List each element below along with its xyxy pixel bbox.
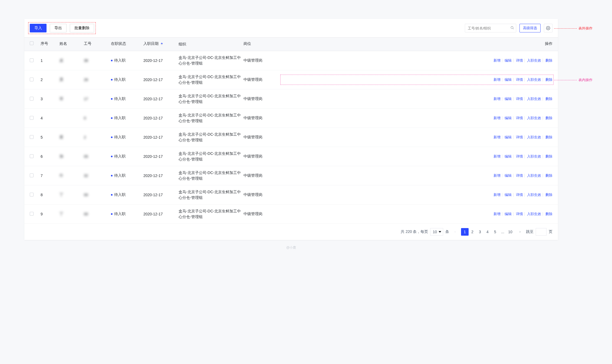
action-edit[interactable]: 编辑 — [505, 212, 512, 216]
cell-org: 盒马-北京子公司-DC-北京生鲜加工中心分仓-管理组 — [179, 112, 244, 124]
action-add[interactable]: 新增 — [493, 135, 501, 139]
pager-page[interactable]: 1 — [461, 228, 469, 236]
action-activate[interactable]: 入职生效 — [527, 116, 541, 120]
col-header-status: 在职状态 — [111, 41, 143, 47]
action-edit[interactable]: 编辑 — [505, 154, 512, 158]
import-button[interactable]: 导入 — [30, 24, 47, 32]
action-edit[interactable]: 编辑 — [505, 58, 512, 62]
search-input[interactable] — [465, 24, 516, 32]
action-detail[interactable]: 详情 — [516, 154, 523, 158]
jump-suffix: 页 — [549, 229, 552, 234]
action-edit[interactable]: 编辑 — [505, 97, 512, 101]
col-header-hire-date[interactable]: 入职日期 — [143, 41, 179, 47]
batch-delete-button[interactable]: 批量删除 — [70, 24, 94, 32]
row-checkbox[interactable] — [30, 173, 34, 177]
action-delete[interactable]: 删除 — [545, 212, 552, 216]
action-activate[interactable]: 入职生效 — [527, 173, 541, 178]
cell-emp-id: 00 — [84, 193, 111, 197]
action-activate[interactable]: 入职生效 — [527, 135, 541, 139]
action-detail[interactable]: 详情 — [516, 212, 523, 216]
row-checkbox[interactable] — [30, 135, 34, 139]
action-edit[interactable]: 编辑 — [505, 78, 512, 82]
action-activate[interactable]: 入职生效 — [527, 58, 541, 62]
sort-icon — [161, 43, 163, 45]
action-delete[interactable]: 删除 — [545, 135, 552, 139]
next-page-button[interactable] — [516, 228, 524, 236]
action-detail[interactable]: 详情 — [516, 58, 523, 62]
annotation-inner-action: 表内操作 — [554, 78, 593, 82]
action-detail[interactable]: 详情 — [516, 78, 523, 82]
export-button[interactable]: 导出 — [50, 24, 67, 32]
pager-page[interactable]: 3 — [476, 228, 484, 236]
table-row: 8 丁 00 待入职 2020-12-17 盒马-北京子公司-DC-北京生鲜加工… — [24, 185, 558, 205]
action-activate[interactable]: 入职生效 — [527, 78, 541, 82]
row-checkbox[interactable] — [30, 212, 34, 216]
page-jump-input[interactable] — [536, 228, 547, 236]
row-checkbox[interactable] — [30, 97, 34, 101]
settings-button[interactable] — [544, 24, 552, 32]
advanced-filter-button[interactable]: 高级筛选 — [519, 24, 541, 32]
toolbar-right: 高级筛选 — [465, 24, 552, 32]
action-delete[interactable]: 删除 — [545, 193, 552, 197]
row-checkbox[interactable] — [30, 154, 34, 158]
action-detail[interactable]: 详情 — [516, 97, 523, 101]
action-activate[interactable]: 入职生效 — [527, 154, 541, 158]
cell-emp-id: 2 — [84, 135, 111, 139]
action-add[interactable]: 新增 — [493, 212, 501, 216]
action-add[interactable]: 新增 — [493, 78, 501, 82]
action-detail[interactable]: 详情 — [516, 193, 523, 197]
row-checkbox[interactable] — [30, 78, 34, 81]
action-activate[interactable]: 入职生效 — [527, 193, 541, 197]
action-edit[interactable]: 编辑 — [505, 135, 512, 139]
pager-page[interactable]: 4 — [484, 228, 491, 236]
action-add[interactable]: 新增 — [493, 97, 501, 101]
action-add[interactable]: 新增 — [493, 116, 501, 120]
action-activate[interactable]: 入职生效 — [527, 97, 541, 101]
pager-page[interactable]: 10 — [506, 228, 514, 236]
action-add[interactable]: 新增 — [493, 154, 501, 158]
row-checkbox[interactable] — [30, 58, 34, 62]
cell-emp-id: 26 — [84, 78, 111, 82]
action-delete[interactable]: 删除 — [545, 173, 552, 178]
prev-page-button[interactable] — [451, 228, 459, 236]
action-delete[interactable]: 删除 — [545, 116, 552, 120]
cell-name: 昊 — [60, 77, 84, 82]
row-checkbox[interactable] — [30, 193, 34, 196]
col-header-emp-id: 工号 — [84, 41, 111, 47]
checkbox-select-all[interactable] — [30, 41, 34, 45]
action-delete[interactable]: 删除 — [545, 154, 552, 158]
cell-date: 2020-12-17 — [143, 97, 179, 101]
pager-page[interactable]: 5 — [491, 228, 499, 236]
pager-page[interactable]: 2 — [469, 228, 476, 236]
action-activate[interactable]: 入职生效 — [527, 212, 541, 216]
page-size-select[interactable]: 10 — [430, 228, 443, 236]
cell-name: 星 — [60, 135, 84, 140]
annotation-outer-action: 表外操作 — [554, 26, 593, 31]
action-edit[interactable]: 编辑 — [505, 173, 512, 178]
cell-date: 2020-12-17 — [143, 116, 179, 120]
action-edit[interactable]: 编辑 — [505, 193, 512, 197]
action-delete[interactable]: 删除 — [545, 97, 552, 101]
action-add[interactable]: 新增 — [493, 173, 501, 178]
action-add[interactable]: 新增 — [493, 58, 501, 62]
action-detail[interactable]: 详情 — [516, 173, 523, 178]
toolbar-left: 导入 导出 批量删除 — [30, 24, 94, 32]
row-checkbox[interactable] — [30, 116, 34, 120]
cell-name: 丁 — [60, 212, 84, 216]
action-delete[interactable]: 删除 — [545, 78, 552, 82]
cell-position: 中级管理岗 — [244, 135, 281, 140]
action-detail[interactable]: 详情 — [516, 135, 523, 139]
cell-date: 2020-12-17 — [143, 212, 179, 216]
action-add[interactable]: 新增 — [493, 193, 501, 197]
action-delete[interactable]: 删除 — [545, 58, 552, 62]
action-edit[interactable]: 编辑 — [505, 116, 512, 120]
action-detail[interactable]: 详情 — [516, 116, 523, 120]
toolbar: 导入 导出 批量删除 高级筛选 — [24, 19, 558, 37]
cell-emp-id: 0 — [84, 116, 111, 120]
cell-actions: 新增| 编辑| 详情| 入职生效| 删除 — [281, 116, 552, 121]
cell-position: 中级管理岗 — [244, 58, 281, 63]
footer-credit: @小鹿 — [24, 240, 558, 255]
table: 序号 姓名 工号 在职状态 入职日期 组织 岗位 操作 1 皮 38 待入职 2… — [24, 37, 558, 224]
svg-line-1 — [513, 28, 514, 29]
table-row: 4 0 待入职 2020-12-17 盒马-北京子公司-DC-北京生鲜加工中心分… — [24, 109, 558, 128]
